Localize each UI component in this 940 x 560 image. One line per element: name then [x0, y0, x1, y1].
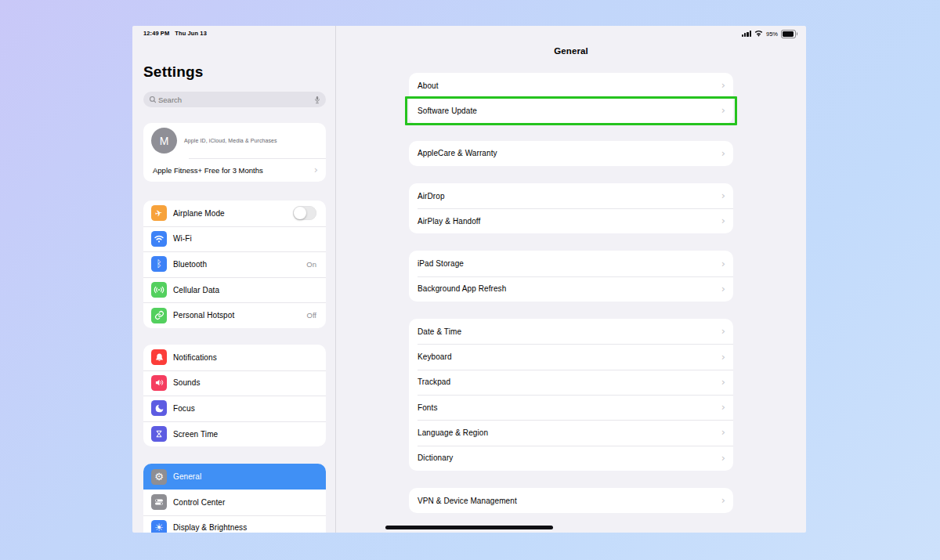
sidebar-item-focus[interactable]: Focus — [143, 396, 326, 421]
wifi-icon — [151, 231, 167, 247]
bell-icon — [151, 349, 167, 365]
sidebar-group: ✈Airplane ModeWi-FiᛒBluetoothOnCellular … — [143, 201, 326, 328]
sidebar-item-label: Wi-Fi — [173, 234, 316, 243]
search-field[interactable] — [143, 92, 326, 107]
chevron-right-icon: › — [721, 453, 725, 463]
settings-row-label: AirDrop — [418, 192, 721, 201]
settings-row-airdrop[interactable]: AirDrop› — [409, 183, 733, 208]
avatar: M — [151, 128, 177, 154]
sidebar-group: NotificationsSoundsFocusScreen Time — [143, 345, 326, 446]
cellular-icon — [151, 282, 167, 298]
settings-group: Date & Time›Keyboard›Trackpad›Fonts›Lang… — [409, 319, 733, 471]
sidebar-item-screen-time[interactable]: Screen Time — [143, 421, 326, 447]
chevron-right-icon: › — [721, 495, 725, 505]
bluetooth-icon: ᛒ — [151, 256, 167, 272]
moon-icon — [151, 400, 167, 416]
settings-row-label: Language & Region — [418, 428, 721, 437]
settings-row-keyboard[interactable]: Keyboard› — [409, 344, 733, 369]
settings-row-applecare-warranty[interactable]: AppleCare & Warranty› — [409, 141, 733, 166]
sidebar-item-airplane-mode[interactable]: ✈Airplane Mode — [143, 201, 326, 226]
desktop-background: { "status_bar": { "time": "12:49 PM", "d… — [0, 0, 940, 560]
status-bar-left: 12:49 PM Thu Jun 13 — [143, 30, 207, 37]
status-bar-right: 95% — [742, 30, 796, 38]
sidebar-item-label: Screen Time — [173, 430, 316, 439]
settings-group: AppleCare & Warranty› — [409, 141, 733, 166]
apple-id-subtitle: Apple ID, iCloud, Media & Purchases — [184, 138, 277, 143]
chevron-right-icon: › — [721, 377, 725, 387]
settings-row-fonts[interactable]: Fonts› — [409, 395, 733, 420]
bluetooth-value: On — [306, 260, 316, 269]
settings-sidebar: Settings M Apple ID, iCloud, Media & Pur… — [132, 26, 336, 533]
settings-row-label: Fonts — [418, 403, 721, 412]
chevron-right-icon: › — [314, 164, 318, 175]
apple-fitness-promo-row[interactable]: Apple Fitness+ Free for 3 Months › — [143, 158, 326, 182]
airplane-mode-toggle[interactable] — [293, 206, 316, 220]
airplane-icon: ✈ — [151, 205, 167, 221]
sidebar-item-label: Control Center — [173, 498, 316, 507]
sidebar-item-display-brightness[interactable]: ☀Display & Brightness — [143, 515, 326, 533]
chevron-right-icon: › — [721, 352, 725, 362]
chevron-right-icon: › — [721, 284, 725, 294]
page-title: General — [336, 45, 806, 57]
sidebar-item-label: Display & Brightness — [173, 523, 316, 532]
sidebar-item-sounds[interactable]: Sounds — [143, 370, 326, 396]
search-input[interactable] — [157, 92, 314, 107]
sidebar-title: Settings — [143, 63, 335, 81]
apple-id-card: M Apple ID, iCloud, Media & Purchases Ap… — [143, 123, 326, 182]
settings-row-label: About — [418, 81, 721, 90]
chevron-right-icon: › — [721, 427, 725, 437]
sidebar-item-label: Notifications — [173, 353, 316, 362]
chevron-right-icon: › — [721, 215, 725, 226]
speaker-icon — [151, 375, 167, 391]
settings-group: About›Software Update› — [409, 73, 733, 124]
sidebar-item-control-center[interactable]: Control Center — [143, 490, 326, 515]
settings-row-airplay-handoff[interactable]: AirPlay & Handoff› — [409, 208, 733, 233]
sidebar-item-wifi[interactable]: Wi-Fi — [143, 226, 326, 252]
chevron-right-icon: › — [721, 402, 725, 412]
settings-group: iPad Storage›Background App Refresh› — [409, 251, 733, 302]
sidebar-item-label: Cellular Data — [173, 286, 316, 294]
sidebar-item-label: Personal Hotspot — [173, 311, 307, 320]
settings-row-label: iPad Storage — [418, 259, 721, 268]
chevron-right-icon: › — [721, 80, 725, 90]
settings-row-vpn-device-management[interactable]: VPN & Device Management› — [409, 488, 733, 513]
settings-row-background-app-refresh[interactable]: Background App Refresh› — [409, 276, 733, 302]
settings-row-software-update[interactable]: Software Update› — [409, 98, 733, 123]
hourglass-icon — [151, 426, 167, 442]
settings-row-label: AppleCare & Warranty — [418, 149, 721, 157]
settings-row-ipad-storage[interactable]: iPad Storage› — [409, 251, 733, 276]
chevron-right-icon: › — [721, 148, 725, 158]
apple-id-row[interactable]: M Apple ID, iCloud, Media & Purchases — [143, 123, 326, 158]
sidebar-item-general[interactable]: ⚙General — [143, 464, 326, 490]
sidebar-item-label: Focus — [173, 404, 316, 413]
settings-row-language-region[interactable]: Language & Region› — [409, 420, 733, 445]
settings-row-label: Keyboard — [418, 352, 721, 361]
settings-row-date-time[interactable]: Date & Time› — [409, 319, 733, 344]
status-time: 12:49 PM — [143, 30, 169, 37]
settings-group: VPN & Device Management› — [409, 488, 733, 513]
sidebar-item-label: Sounds — [173, 378, 316, 387]
sidebar-item-notifications[interactable]: Notifications — [143, 345, 326, 370]
sidebar-item-bluetooth[interactable]: ᛒBluetoothOn — [143, 251, 326, 277]
gear-icon: ⚙ — [151, 469, 167, 485]
sidebar-item-label: Bluetooth — [173, 260, 306, 269]
sidebar-group: ⚙GeneralControl Center☀Display & Brightn… — [143, 464, 326, 533]
settings-row-label: Dictionary — [418, 453, 721, 462]
sidebar-item-personal-hotspot[interactable]: Personal HotspotOff — [143, 302, 326, 328]
battery-icon — [781, 30, 796, 38]
cellular-signal-icon — [742, 31, 751, 37]
microphone-icon[interactable] — [314, 96, 320, 104]
general-settings-panel: General About›Software Update›AppleCare … — [336, 26, 806, 533]
settings-row-trackpad[interactable]: Trackpad› — [409, 370, 733, 395]
status-date: Thu Jun 13 — [175, 30, 207, 37]
settings-row-label: Background App Refresh — [418, 284, 721, 293]
home-indicator[interactable] — [385, 526, 553, 529]
sidebar-item-cellular-data[interactable]: Cellular Data — [143, 277, 326, 303]
chevron-right-icon: › — [721, 326, 725, 336]
wifi-status-icon — [754, 31, 763, 37]
settings-row-label: AirPlay & Handoff — [418, 217, 721, 226]
settings-row-about[interactable]: About› — [409, 73, 733, 98]
settings-row-dictionary[interactable]: Dictionary› — [409, 446, 733, 471]
ipad-screenshot: 12:49 PM Thu Jun 13 95% Settings — [132, 26, 806, 533]
chevron-right-icon: › — [721, 190, 725, 201]
